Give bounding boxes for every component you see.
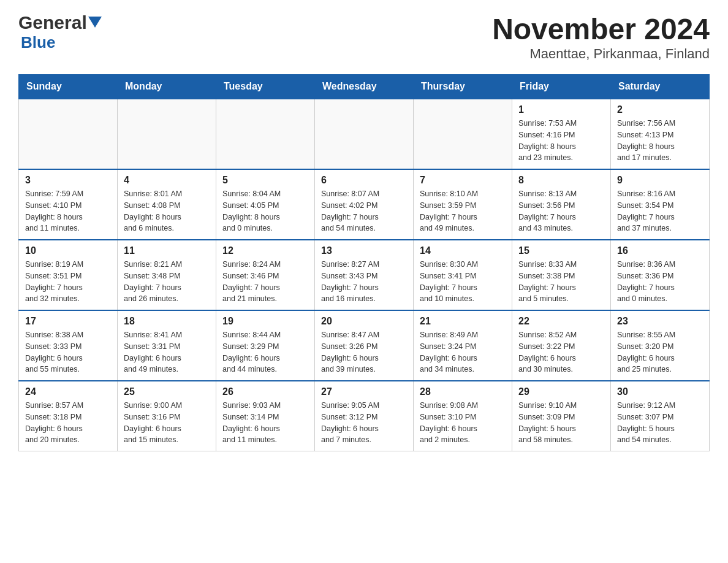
day-number: 3 xyxy=(25,175,111,186)
calendar-week-row: 24Sunrise: 8:57 AM Sunset: 3:18 PM Dayli… xyxy=(19,381,710,451)
day-info: Sunrise: 8:55 AM Sunset: 3:20 PM Dayligh… xyxy=(617,329,703,375)
column-header-monday: Monday xyxy=(118,75,216,99)
calendar-cell: 15Sunrise: 8:33 AM Sunset: 3:38 PM Dayli… xyxy=(512,240,611,310)
calendar-cell: 17Sunrise: 8:38 AM Sunset: 3:33 PM Dayli… xyxy=(19,310,118,381)
day-info: Sunrise: 8:13 AM Sunset: 3:56 PM Dayligh… xyxy=(518,188,604,234)
logo-general-text: General xyxy=(18,12,87,33)
day-number: 20 xyxy=(321,316,407,327)
logo-triangle-icon xyxy=(88,17,102,30)
day-number: 30 xyxy=(617,386,703,397)
calendar-cell xyxy=(118,99,216,169)
column-header-wednesday: Wednesday xyxy=(315,75,414,99)
calendar-cell: 10Sunrise: 8:19 AM Sunset: 3:51 PM Dayli… xyxy=(19,240,118,310)
day-info: Sunrise: 9:08 AM Sunset: 3:10 PM Dayligh… xyxy=(420,400,506,446)
day-info: Sunrise: 7:53 AM Sunset: 4:16 PM Dayligh… xyxy=(518,118,604,164)
day-info: Sunrise: 8:30 AM Sunset: 3:41 PM Dayligh… xyxy=(420,259,506,305)
calendar-cell: 3Sunrise: 7:59 AM Sunset: 4:10 PM Daylig… xyxy=(19,169,118,240)
day-number: 9 xyxy=(617,175,703,186)
calendar-cell: 12Sunrise: 8:24 AM Sunset: 3:46 PM Dayli… xyxy=(216,240,315,310)
day-info: Sunrise: 8:57 AM Sunset: 3:18 PM Dayligh… xyxy=(25,400,111,446)
day-info: Sunrise: 9:00 AM Sunset: 3:16 PM Dayligh… xyxy=(124,400,210,446)
calendar-cell: 27Sunrise: 9:05 AM Sunset: 3:12 PM Dayli… xyxy=(315,381,414,451)
calendar-cell xyxy=(19,99,118,169)
day-number: 22 xyxy=(518,316,604,327)
day-number: 15 xyxy=(518,245,604,256)
day-info: Sunrise: 7:56 AM Sunset: 4:13 PM Dayligh… xyxy=(617,118,703,164)
calendar-cell: 24Sunrise: 8:57 AM Sunset: 3:18 PM Dayli… xyxy=(19,381,118,451)
day-info: Sunrise: 8:52 AM Sunset: 3:22 PM Dayligh… xyxy=(518,329,604,375)
day-number: 4 xyxy=(124,175,210,186)
calendar-cell: 30Sunrise: 9:12 AM Sunset: 3:07 PM Dayli… xyxy=(611,381,710,451)
day-info: Sunrise: 9:12 AM Sunset: 3:07 PM Dayligh… xyxy=(617,400,703,446)
calendar-cell: 9Sunrise: 8:16 AM Sunset: 3:54 PM Daylig… xyxy=(611,169,710,240)
day-info: Sunrise: 8:16 AM Sunset: 3:54 PM Dayligh… xyxy=(617,188,703,234)
calendar-table: SundayMondayTuesdayWednesdayThursdayFrid… xyxy=(18,74,710,451)
day-number: 26 xyxy=(222,386,308,397)
day-info: Sunrise: 8:27 AM Sunset: 3:43 PM Dayligh… xyxy=(321,259,407,305)
calendar-cell xyxy=(315,99,414,169)
column-header-friday: Friday xyxy=(512,75,611,99)
page-header: General Blue November 2024 Maenttae, Pir… xyxy=(18,12,710,62)
calendar-cell: 16Sunrise: 8:36 AM Sunset: 3:36 PM Dayli… xyxy=(611,240,710,310)
day-number: 8 xyxy=(518,175,604,186)
day-info: Sunrise: 8:38 AM Sunset: 3:33 PM Dayligh… xyxy=(25,329,111,375)
calendar-cell: 21Sunrise: 8:49 AM Sunset: 3:24 PM Dayli… xyxy=(414,310,512,381)
calendar-subtitle: Maenttae, Pirkanmaa, Finland xyxy=(492,46,710,62)
day-number: 6 xyxy=(321,175,407,186)
calendar-cell: 22Sunrise: 8:52 AM Sunset: 3:22 PM Dayli… xyxy=(512,310,611,381)
day-number: 21 xyxy=(420,316,506,327)
calendar-title: November 2024 xyxy=(492,12,710,46)
day-info: Sunrise: 8:36 AM Sunset: 3:36 PM Dayligh… xyxy=(617,259,703,305)
day-number: 16 xyxy=(617,245,703,256)
day-info: Sunrise: 8:07 AM Sunset: 4:02 PM Dayligh… xyxy=(321,188,407,234)
calendar-cell: 28Sunrise: 9:08 AM Sunset: 3:10 PM Dayli… xyxy=(414,381,512,451)
calendar-cell: 6Sunrise: 8:07 AM Sunset: 4:02 PM Daylig… xyxy=(315,169,414,240)
calendar-cell: 7Sunrise: 8:10 AM Sunset: 3:59 PM Daylig… xyxy=(414,169,512,240)
day-info: Sunrise: 8:47 AM Sunset: 3:26 PM Dayligh… xyxy=(321,329,407,375)
day-number: 10 xyxy=(25,245,111,256)
calendar-cell: 8Sunrise: 8:13 AM Sunset: 3:56 PM Daylig… xyxy=(512,169,611,240)
day-info: Sunrise: 8:33 AM Sunset: 3:38 PM Dayligh… xyxy=(518,259,604,305)
day-number: 18 xyxy=(124,316,210,327)
calendar-cell: 25Sunrise: 9:00 AM Sunset: 3:16 PM Dayli… xyxy=(118,381,216,451)
day-number: 5 xyxy=(222,175,308,186)
calendar-cell: 23Sunrise: 8:55 AM Sunset: 3:20 PM Dayli… xyxy=(611,310,710,381)
day-info: Sunrise: 8:19 AM Sunset: 3:51 PM Dayligh… xyxy=(25,259,111,305)
day-number: 29 xyxy=(518,386,604,397)
calendar-header-row: SundayMondayTuesdayWednesdayThursdayFrid… xyxy=(19,75,710,99)
day-info: Sunrise: 8:24 AM Sunset: 3:46 PM Dayligh… xyxy=(222,259,308,305)
column-header-thursday: Thursday xyxy=(414,75,512,99)
column-header-tuesday: Tuesday xyxy=(216,75,315,99)
day-info: Sunrise: 9:10 AM Sunset: 3:09 PM Dayligh… xyxy=(518,400,604,446)
day-number: 19 xyxy=(222,316,308,327)
calendar-cell: 13Sunrise: 8:27 AM Sunset: 3:43 PM Dayli… xyxy=(315,240,414,310)
calendar-cell: 11Sunrise: 8:21 AM Sunset: 3:48 PM Dayli… xyxy=(118,240,216,310)
logo: General Blue xyxy=(18,12,102,52)
day-info: Sunrise: 8:49 AM Sunset: 3:24 PM Dayligh… xyxy=(420,329,506,375)
day-number: 2 xyxy=(617,104,703,115)
calendar-week-row: 17Sunrise: 8:38 AM Sunset: 3:33 PM Dayli… xyxy=(19,310,710,381)
logo-blue-text: Blue xyxy=(21,33,55,52)
day-number: 28 xyxy=(420,386,506,397)
calendar-cell: 26Sunrise: 9:03 AM Sunset: 3:14 PM Dayli… xyxy=(216,381,315,451)
day-number: 23 xyxy=(617,316,703,327)
day-number: 27 xyxy=(321,386,407,397)
title-block: November 2024 Maenttae, Pirkanmaa, Finla… xyxy=(492,12,710,62)
calendar-week-row: 10Sunrise: 8:19 AM Sunset: 3:51 PM Dayli… xyxy=(19,240,710,310)
column-header-sunday: Sunday xyxy=(19,75,118,99)
day-info: Sunrise: 8:44 AM Sunset: 3:29 PM Dayligh… xyxy=(222,329,308,375)
day-number: 1 xyxy=(518,104,604,115)
calendar-cell: 1Sunrise: 7:53 AM Sunset: 4:16 PM Daylig… xyxy=(512,99,611,169)
day-number: 24 xyxy=(25,386,111,397)
calendar-cell: 18Sunrise: 8:41 AM Sunset: 3:31 PM Dayli… xyxy=(118,310,216,381)
day-number: 14 xyxy=(420,245,506,256)
calendar-cell: 14Sunrise: 8:30 AM Sunset: 3:41 PM Dayli… xyxy=(414,240,512,310)
calendar-week-row: 3Sunrise: 7:59 AM Sunset: 4:10 PM Daylig… xyxy=(19,169,710,240)
day-info: Sunrise: 9:03 AM Sunset: 3:14 PM Dayligh… xyxy=(222,400,308,446)
day-info: Sunrise: 8:10 AM Sunset: 3:59 PM Dayligh… xyxy=(420,188,506,234)
day-number: 25 xyxy=(124,386,210,397)
day-info: Sunrise: 8:04 AM Sunset: 4:05 PM Dayligh… xyxy=(222,188,308,234)
day-number: 7 xyxy=(420,175,506,186)
day-info: Sunrise: 8:41 AM Sunset: 3:31 PM Dayligh… xyxy=(124,329,210,375)
day-number: 12 xyxy=(222,245,308,256)
